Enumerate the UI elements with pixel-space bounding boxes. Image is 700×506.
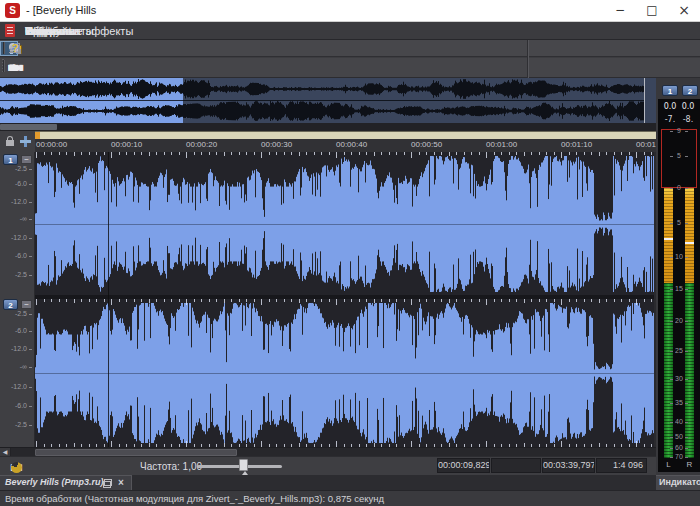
hold-readout-left: -7. [661, 115, 679, 124]
db-scale-label: -6.0 [15, 180, 32, 187]
go-to-end-button[interactable]: ▶▮ [0, 59, 17, 76]
peak-hold-left [664, 238, 673, 240]
channel-1-gutter: 1−-2.5-6.0-12.0-∞-12.0-6.0-2.5 [0, 152, 35, 296]
maximize-button[interactable]: □ [636, 0, 668, 22]
meter-scale-label: 30 [672, 375, 686, 382]
peak-hold-right [685, 242, 694, 244]
db-scale-label: -6.0 [15, 327, 32, 334]
meter-left-label: L [664, 460, 673, 469]
ruler-gutter [0, 131, 35, 152]
peak-readout-left: 0.0 [661, 102, 679, 111]
db-scale-label: -∞ [20, 215, 32, 222]
menu-item-11[interactable]: Help [18, 22, 55, 40]
zoom-ratio-box[interactable]: 1:4 096 [596, 458, 647, 473]
transport-toolbar: ◉●↺▮▶▶▮▮■▮◀▮◀◀◀◀▶▶▶▶▮▶▮ [0, 58, 700, 78]
ruler-label: 00:00:50 [411, 140, 442, 149]
waveform-display[interactable] [35, 152, 656, 447]
go-to-end-icon: ▶▮ [9, 59, 18, 76]
main-toolbar: ✂↶↷↺✳⇆ [0, 40, 700, 57]
ruler-label: 00:01:10 [561, 140, 592, 149]
selection-length-box[interactable] [491, 458, 541, 473]
db-scale-label: -∞ [20, 363, 32, 370]
ruler-label: 00:00:20 [186, 140, 217, 149]
edit-tool-icon[interactable] [20, 136, 31, 147]
db-scale-label: -12.0 [11, 234, 32, 241]
meter-scale-label: 10 [672, 253, 686, 260]
menu-bar: ФайлПравкаВидInsertTransportОбработкаЭфф… [0, 22, 700, 40]
db-scale-label: -2.5 [15, 310, 32, 317]
meter-scale-label: 5 [672, 219, 686, 226]
lock-icon[interactable] [6, 140, 14, 146]
scrollbar-thumb[interactable] [35, 449, 237, 456]
scroll-left-button[interactable]: ◀ [0, 448, 11, 456]
window-title: - [Beverly Hills [26, 4, 96, 16]
toolbar-divider [527, 40, 528, 78]
db-scale-label: -2.5 [15, 165, 32, 172]
peak-readout-right: 0.0 [679, 102, 697, 111]
meter-scale-label: 20 [672, 317, 686, 324]
meter-scale-label: 5 [672, 152, 686, 159]
db-scale-label: -12.0 [11, 198, 32, 205]
audio-editor-window: S - [Beverly Hills − □ × ФайлПравкаВидIn… [0, 0, 700, 506]
time-ruler[interactable]: 00:00:0000:00:1000:00:2000:00:3000:00:40… [35, 139, 656, 152]
document-tab[interactable]: Beverly Hills (Pmp3.ru) × [0, 475, 132, 490]
meter-scale-label: 50 [672, 433, 686, 440]
meter-bar-right [685, 283, 694, 458]
ruler-label: 00:00:30 [261, 140, 292, 149]
ruler-label: 00:00:00 [36, 140, 67, 149]
meter-bar-right-hot [685, 188, 694, 283]
meter-scale-label: 40 [672, 418, 686, 425]
title-bar: S - [Beverly Hills − □ × [0, 0, 700, 22]
play-device-icon [11, 462, 22, 473]
play-device-button[interactable] [2, 459, 20, 475]
close-tab-icon[interactable]: × [115, 476, 127, 490]
channel-2-collapse-button[interactable]: − [21, 300, 32, 309]
minimize-button[interactable]: − [604, 0, 636, 22]
app-icon[interactable]: S [5, 3, 20, 18]
db-scale-label: -12.0 [11, 383, 32, 390]
rate-label: Частота: 1,00 [140, 461, 202, 472]
overview-scroll-thumb[interactable] [0, 124, 57, 130]
meter-scale-label: 0 [672, 184, 686, 191]
meter-tab-label: Индикатор [659, 477, 700, 487]
meter-bar-left-hot [664, 188, 673, 283]
document-tab-label: Beverly Hills (Pmp3.ru) [5, 477, 104, 487]
status-bar: Время обработки (Частотная модуляция для… [0, 490, 700, 506]
meter-bar-left [664, 283, 673, 458]
total-length-box[interactable]: 00:03:39,797 [542, 458, 595, 473]
rate-slider-thumb[interactable] [239, 459, 248, 471]
db-scale-label: -6.0 [15, 402, 32, 409]
ruler-label: 00:01:00 [486, 140, 517, 149]
cursor-position-box[interactable]: 00:00:09,829 [437, 458, 490, 473]
document-tab-bar: Beverly Hills (Pmp3.ru) × [0, 475, 656, 490]
db-scale-label: -12.0 [11, 345, 32, 352]
channel-2-button[interactable]: 2 [3, 299, 18, 310]
channel-2-gutter: 2−-2.5-6.0-12.0-∞-12.0-6.0-2.5 [0, 297, 35, 447]
meter-scale-label: 25 [672, 347, 686, 354]
overview-scrollbar[interactable] [0, 123, 656, 131]
meter-scale-label: 15 [672, 285, 686, 292]
channel-1-button[interactable]: 1 [3, 154, 18, 165]
ruler-label: 00:00:10 [111, 140, 142, 149]
channel-1-collapse-button[interactable]: − [21, 155, 32, 164]
db-scale-label: -2.5 [15, 271, 32, 278]
meter-channel-2-button[interactable]: 2 [682, 85, 698, 96]
document-icon[interactable] [5, 24, 15, 37]
db-scale-label: -6.0 [15, 252, 32, 259]
meter-panel-tab[interactable]: Индикатор [656, 475, 700, 490]
meter-scale-label: 60 [672, 444, 686, 451]
level-meter[interactable]: 0.0 0.0 -7. -8. L R 95051015202530354050… [658, 99, 700, 472]
status-message: Время обработки (Частотная модуляция для… [5, 493, 384, 504]
meter-scale-label: 9 [672, 127, 686, 134]
hold-readout-right: -8. [679, 115, 697, 124]
meter-channel-1-button[interactable]: 1 [662, 85, 678, 96]
horizontal-scrollbar[interactable]: +−◀ ▶+−◀▶ [0, 447, 656, 456]
loop-region-bar[interactable] [35, 131, 656, 139]
meter-scale-label: 70 [672, 453, 686, 460]
help-pointer-button[interactable] [0, 41, 18, 56]
meter-right-label: R [685, 460, 694, 469]
help-pointer-icon [9, 41, 21, 54]
close-button[interactable]: × [668, 0, 700, 22]
restore-window-icon[interactable] [103, 479, 112, 488]
overview-waveform[interactable] [0, 78, 656, 123]
